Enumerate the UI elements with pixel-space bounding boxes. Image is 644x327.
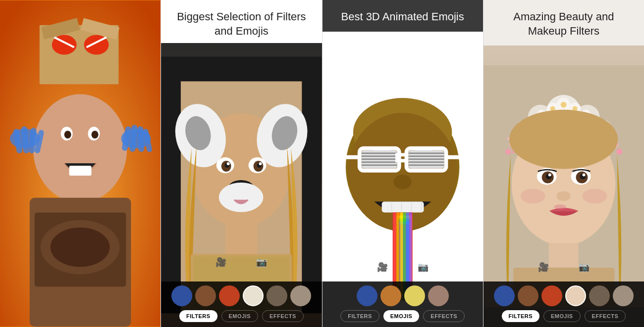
svg-point-11 (64, 131, 71, 139)
tab-filters-2[interactable]: FILTERS (179, 310, 217, 322)
tab-emojis-3[interactable]: EMOJIS (383, 310, 420, 322)
filter-icon-3[interactable] (219, 285, 240, 306)
camera-icon-4: 📷 (579, 262, 590, 273)
panel-3-screen: 🎥 📷 FILTERS EMOJIS EFFECTS (322, 32, 483, 327)
svg-point-77 (393, 174, 411, 189)
tab-emojis-2[interactable]: EMOJIS (221, 310, 259, 322)
filter-icon-3-2[interactable] (380, 285, 401, 306)
tab-row-2: FILTERS EMOJIS EFFECTS (161, 310, 322, 322)
svg-point-129 (582, 174, 585, 177)
filter-icon-4-3[interactable] (541, 285, 562, 306)
filter-icon-3-1[interactable] (357, 285, 377, 306)
filter-icon-3-3[interactable] (404, 285, 425, 306)
filter-icon-4-active[interactable] (243, 285, 264, 306)
svg-rect-13 (69, 166, 92, 176)
svg-point-131 (554, 205, 566, 210)
svg-point-134 (509, 110, 618, 169)
camera-controls: 🎥 📷 (161, 257, 322, 268)
toolbar-panel-3: FILTERS EMOJIS EFFECTS (322, 281, 483, 327)
camera-controls-4: 🎥 📷 (483, 262, 644, 273)
svg-point-43 (259, 162, 262, 165)
panel-2-screen: 🎥 📷 FILTERS EMOJIS EFFECTS (161, 43, 322, 327)
tab-emojis-4[interactable]: EMOJIS (543, 310, 581, 322)
svg-point-132 (521, 189, 545, 204)
panel-4-header: Amazing Beauty and Makeup Filters (483, 0, 644, 46)
filter-icons (161, 285, 322, 306)
filter-icon-5[interactable] (267, 285, 287, 306)
tab-effects-3[interactable]: EFFECTS (423, 310, 465, 322)
video-icon-3: 🎥 (377, 262, 388, 273)
filter-icons-4 (483, 285, 644, 306)
tab-effects-4[interactable]: EFFECTS (585, 310, 626, 322)
tab-row-3: FILTERS EMOJIS EFFECTS (322, 310, 483, 322)
filter-icon-6[interactable] (290, 285, 311, 306)
video-icon: 🎥 (215, 257, 226, 268)
camera-icon-3: 📷 (418, 262, 429, 273)
panel-1 (0, 0, 161, 327)
svg-point-128 (548, 174, 551, 177)
filter-icon-3-4[interactable] (428, 285, 449, 306)
panel-2: Biggest Selection of Filters and Emojis (161, 0, 322, 327)
camera-icon: 📷 (256, 257, 267, 268)
svg-point-12 (92, 131, 99, 139)
svg-point-8 (33, 94, 127, 202)
svg-point-130 (556, 191, 570, 201)
tab-filters-4[interactable]: FILTERS (502, 310, 540, 322)
filter-icons-3 (322, 285, 483, 306)
svg-rect-78 (381, 201, 424, 212)
svg-point-133 (582, 189, 607, 204)
tab-effects-2[interactable]: EFFECTS (262, 310, 304, 322)
filter-icon-4-1[interactable] (494, 285, 515, 306)
svg-point-28 (51, 228, 110, 267)
filter-icon-4-6[interactable] (613, 285, 634, 306)
camera-controls-3: 🎥 📷 (322, 262, 483, 273)
tab-filters-3[interactable]: FILTERS (340, 310, 379, 322)
video-icon-4: 🎥 (538, 262, 549, 273)
svg-point-108 (560, 102, 566, 108)
filter-icon-1[interactable] (171, 285, 192, 306)
svg-text:✦: ✦ (617, 149, 622, 156)
filter-icon-2[interactable] (195, 285, 216, 306)
filter-icon-4-2[interactable] (518, 285, 538, 306)
panel-4: Amazing Beauty and Makeup Filters (483, 0, 644, 327)
toolbar-panel-2: FILTERS EMOJIS EFFECTS (161, 281, 322, 327)
panel-2-header: Biggest Selection of Filters and Emojis (161, 0, 322, 43)
panel-4-screen: ✦ ✦ ✦ ✦ (483, 46, 644, 327)
panel-3-header: Best 3D Animated Emojis (322, 0, 483, 32)
svg-point-42 (227, 162, 230, 165)
tab-row-4: FILTERS EMOJIS EFFECTS (483, 310, 644, 322)
filter-icon-4-5[interactable] (589, 285, 610, 306)
filter-icon-4-4[interactable] (565, 285, 586, 306)
toolbar-panel-4: FILTERS EMOJIS EFFECTS (483, 281, 644, 327)
panel-3: Best 3D Animated Emojis (322, 0, 483, 327)
svg-point-46 (219, 183, 264, 212)
